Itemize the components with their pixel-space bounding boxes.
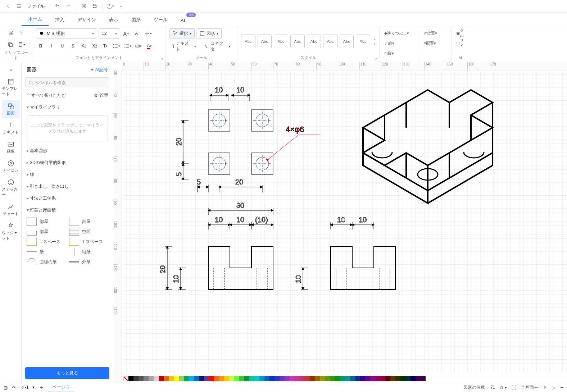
color-swatch[interactable]: [320, 376, 325, 381]
paste-icon[interactable]: ▾: [17, 40, 26, 49]
file-menu[interactable]: ファイル: [27, 3, 45, 9]
grow-font-icon[interactable]: A+: [122, 29, 131, 38]
layers-icon[interactable]: ⧉ ▾: [500, 385, 506, 390]
size-button[interactable]: ⬚ サイ: [455, 38, 466, 48]
tab-view[interactable]: 表示: [103, 14, 125, 26]
style-preset[interactable]: Abc: [290, 35, 305, 48]
color-swatch[interactable]: [224, 376, 229, 381]
more-icon[interactable]: ▾: [117, 2, 125, 10]
color-swatch[interactable]: [144, 376, 149, 381]
color-swatch[interactable]: [330, 376, 335, 381]
page-tab[interactable]: ページ-1: [48, 383, 74, 392]
color-swatch[interactable]: [280, 376, 285, 381]
color-swatch[interactable]: [194, 376, 199, 381]
color-swatch[interactable]: [275, 376, 280, 381]
color-swatch[interactable]: [209, 376, 214, 381]
color-swatch[interactable]: [149, 376, 154, 381]
tab-tool[interactable]: ツール: [147, 14, 174, 26]
category[interactable]: 3Dの幾何学的図形: [25, 157, 109, 169]
subscript-icon[interactable]: X2: [90, 41, 99, 51]
color-swatch[interactable]: [380, 376, 385, 381]
sidebar-item-template[interactable]: テンプレート: [2, 76, 20, 99]
color-swatch[interactable]: [410, 376, 416, 381]
tab-ai[interactable]: AIhot: [174, 15, 191, 26]
color-swatch[interactable]: [305, 376, 310, 381]
shape-item[interactable]: 縦壁: [69, 248, 108, 256]
color-swatch[interactable]: [315, 376, 320, 381]
font-size-select[interactable]: 12: [99, 28, 120, 38]
color-swatch[interactable]: [400, 376, 405, 381]
color-swatch[interactable]: [159, 376, 164, 381]
color-swatch[interactable]: [214, 376, 219, 381]
more-button[interactable]: もっと見る: [25, 367, 109, 379]
color-swatch[interactable]: [350, 376, 355, 381]
canvas[interactable]: 10 10 20 5 5 20 4×φ6: [122, 70, 567, 372]
tab-shape[interactable]: 図形: [125, 14, 147, 26]
ai-symbol-button[interactable]: ✦ AI記号: [90, 67, 108, 73]
cut-icon[interactable]: [6, 28, 15, 38]
color-swatch[interactable]: [285, 376, 290, 381]
color-swatch[interactable]: [310, 376, 315, 381]
color-swatch[interactable]: [254, 376, 259, 381]
align-button[interactable]: ≡ 配置 ▾: [423, 38, 437, 48]
color-swatch[interactable]: [244, 376, 249, 381]
color-swatch[interactable]: [229, 376, 234, 381]
collapse-icon[interactable]: «: [9, 67, 12, 72]
text-case-icon[interactable]: ab▾: [134, 41, 143, 51]
color-swatch[interactable]: [370, 376, 375, 381]
style-preset[interactable]: Abc: [241, 35, 255, 48]
color-swatch[interactable]: [335, 376, 340, 381]
color-swatch[interactable]: [154, 376, 159, 381]
color-swatch[interactable]: [385, 376, 390, 381]
color-swatch[interactable]: [174, 376, 179, 381]
shape-item[interactable]: 部屋: [27, 218, 65, 225]
undo-icon[interactable]: [54, 2, 62, 10]
font-name-select[interactable]: ＭＳ 明朝: [36, 28, 97, 38]
color-swatch[interactable]: [239, 376, 244, 381]
shape-item[interactable]: 部屋: [27, 228, 65, 236]
bold-icon[interactable]: B: [36, 41, 45, 51]
align-paragraph-icon[interactable]: ▾: [143, 29, 153, 38]
fill-button[interactable]: ◆ 塗りつぶし ▾: [383, 28, 410, 38]
style-preset[interactable]: Abc: [258, 35, 272, 48]
color-swatch[interactable]: [219, 376, 224, 381]
group-button[interactable]: ▣ グル: [455, 28, 466, 38]
color-swatch[interactable]: [295, 376, 300, 381]
category[interactable]: 寸法と工学系: [25, 192, 109, 204]
category[interactable]: 基本図形: [25, 145, 109, 157]
color-swatch[interactable]: [189, 376, 194, 381]
shape-item[interactable]: L スペース: [27, 238, 65, 246]
select-tool[interactable]: 選択▾: [169, 28, 195, 38]
color-swatch[interactable]: [128, 376, 133, 381]
color-swatch[interactable]: [169, 376, 174, 381]
text-direction-icon[interactable]: T▾: [101, 41, 110, 51]
line-button[interactable]: ／ 線 ▾: [383, 38, 395, 48]
style-preset[interactable]: Abc: [356, 35, 370, 48]
color-swatch[interactable]: [133, 376, 139, 381]
color-swatch[interactable]: [204, 376, 209, 381]
color-swatch[interactable]: [390, 376, 395, 381]
add-page-button[interactable]: ＋: [39, 384, 45, 391]
category[interactable]: 線: [25, 169, 109, 181]
text-tool[interactable]: Tテキスト▾: [169, 41, 199, 51]
fold-all-button[interactable]: ⌃ すべて折りたたむ: [27, 92, 66, 99]
format-painter-icon[interactable]: [17, 28, 26, 38]
color-swatch[interactable]: [340, 376, 345, 381]
tab-home[interactable]: ホーム: [22, 13, 49, 26]
color-swatch[interactable]: [375, 376, 380, 381]
fullscreen-button[interactable]: 全画面モード: [521, 384, 547, 391]
shape-item[interactable]: 外壁: [69, 258, 108, 266]
position-button[interactable]: ⇵ 位置 ▾: [423, 28, 438, 38]
italic-icon[interactable]: I: [47, 41, 56, 51]
shape-item[interactable]: 空間: [69, 228, 108, 236]
color-swatch[interactable]: [421, 376, 426, 381]
font-color-icon[interactable]: A▾: [145, 41, 154, 51]
redo-icon[interactable]: [64, 2, 72, 10]
copy-icon[interactable]: [6, 40, 15, 49]
zoom-out-button[interactable]: −: [560, 384, 563, 391]
bullet-list-icon[interactable]: ▾: [123, 41, 132, 51]
color-swatch[interactable]: [325, 376, 330, 381]
export-icon[interactable]: ▾: [106, 2, 114, 10]
color-swatch[interactable]: [164, 376, 169, 381]
color-swatch[interactable]: [269, 376, 275, 381]
